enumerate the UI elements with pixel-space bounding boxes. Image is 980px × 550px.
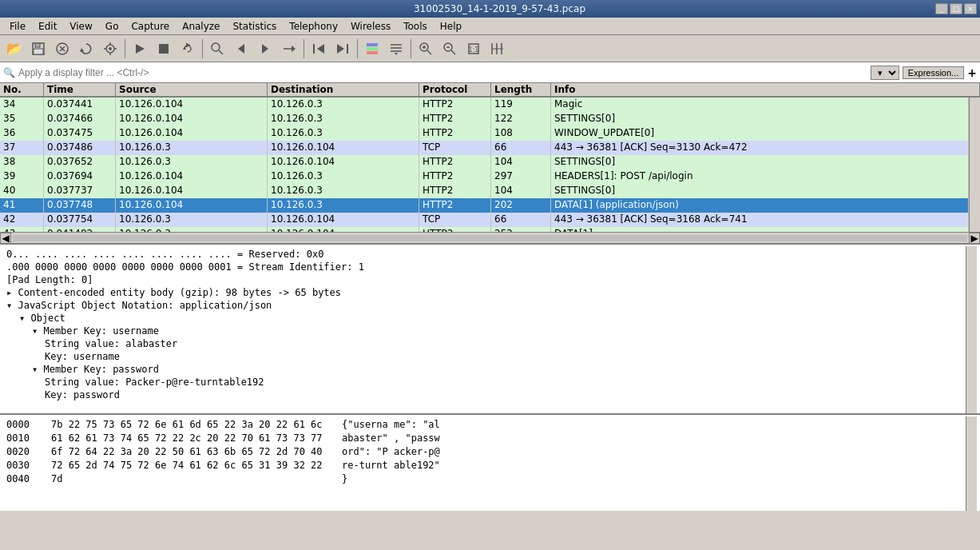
detail-line: String value: alabaster [6, 337, 962, 350]
column-header-time[interactable]: Time [44, 83, 116, 96]
close-button[interactable]: × [964, 3, 977, 14]
packet-cell: 0.037694 [44, 169, 116, 184]
hex-offset: 0030 [6, 459, 38, 472]
packet-cell: HTTP2 [419, 98, 491, 112]
detail-expandable-line[interactable]: ▾ Member Key: username [6, 325, 962, 337]
packet-row[interactable]: 370.03748610.126.0.310.126.0.104TCP66443… [0, 141, 969, 155]
colorize-button[interactable] [361, 38, 383, 60]
menu-item-help[interactable]: Help [434, 19, 468, 34]
maximize-button[interactable]: □ [950, 3, 962, 14]
first-button[interactable] [307, 38, 330, 60]
menu-item-view[interactable]: View [63, 19, 98, 34]
minimize-button[interactable]: _ [935, 3, 948, 14]
column-header-source[interactable]: Source [116, 83, 268, 96]
toolbar-separator-4 [357, 39, 358, 58]
resize-columns-button[interactable] [486, 38, 509, 60]
detail-expandable-line[interactable]: ▾ JavaScript Object Notation: applicatio… [6, 299, 962, 312]
search-button[interactable] [206, 38, 228, 60]
menu-item-file[interactable]: File [3, 19, 32, 34]
packet-cell: 10.126.0.104 [116, 169, 268, 184]
packet-cell: 41 [0, 198, 44, 213]
restart-capture-button[interactable] [177, 38, 199, 60]
prev-button[interactable] [230, 38, 252, 60]
svg-rect-2 [34, 49, 43, 54]
auto-scroll-button[interactable] [385, 38, 407, 60]
filter-combo[interactable]: ▾ [871, 66, 899, 80]
packet-row[interactable]: 400.03773710.126.0.10410.126.0.3HTTP2104… [0, 184, 969, 198]
reload-button[interactable] [75, 38, 97, 60]
hex-offset: 0020 [6, 445, 38, 459]
column-header-info[interactable]: Info [551, 83, 980, 96]
packet-row[interactable]: 420.03775410.126.0.310.126.0.104TCP66443… [0, 213, 969, 227]
menu-item-wireless[interactable]: Wireless [344, 19, 397, 34]
packet-row[interactable]: 410.03774810.126.0.10410.126.0.3HTTP2202… [0, 198, 969, 213]
add-filter-button[interactable]: + [967, 66, 977, 79]
next-button[interactable] [254, 38, 276, 60]
packet-list-scrollbar[interactable] [969, 98, 980, 232]
packet-row[interactable]: 360.03747510.126.0.10410.126.0.3HTTP2108… [0, 126, 969, 141]
column-header-destination[interactable]: Destination [268, 83, 419, 96]
hex-ascii: {"userna me": "al [342, 418, 440, 432]
menu-item-go[interactable]: Go [99, 19, 125, 34]
open-button[interactable]: 📂 [3, 38, 26, 60]
zoom-out-button[interactable] [438, 38, 461, 60]
detail-expandable-line[interactable]: ▸ Content-encoded entity body (gzip): 98… [6, 286, 962, 299]
horizontal-scrollbar[interactable]: ◀ ▶ [0, 232, 980, 243]
packet-row[interactable]: 350.03746610.126.0.10410.126.0.3HTTP2122… [0, 112, 969, 126]
packet-cell: SETTINGS[0] [551, 184, 969, 198]
expression-button[interactable]: Expression... [903, 66, 965, 79]
packet-row[interactable]: 340.03744110.126.0.10410.126.0.3HTTP2119… [0, 98, 969, 112]
packet-cell: HTTP2 [419, 198, 491, 213]
packet-cell: 0.037737 [44, 184, 116, 198]
menu-item-telephony[interactable]: Telephony [283, 19, 344, 34]
last-button[interactable] [331, 38, 354, 60]
packet-row[interactable]: 390.03769410.126.0.10410.126.0.3HTTP2297… [0, 169, 969, 184]
scroll-right-button[interactable]: ▶ [969, 233, 980, 244]
options-button[interactable] [99, 38, 121, 60]
hex-scrollbar[interactable] [966, 416, 977, 511]
detail-expandable-line[interactable]: ▾ Object [6, 312, 962, 325]
packet-list-body[interactable]: 340.03744110.126.0.10410.126.0.3HTTP2119… [0, 98, 969, 232]
menu-item-analyze[interactable]: Analyze [176, 19, 226, 34]
packet-cell: 37 [0, 141, 44, 155]
save-button[interactable] [27, 38, 50, 60]
menu-item-edit[interactable]: Edit [32, 19, 63, 34]
packet-cell: 10.126.0.104 [268, 141, 419, 155]
column-header-protocol[interactable]: Protocol [419, 83, 491, 96]
filter-input[interactable] [18, 67, 867, 78]
svg-line-37 [427, 50, 431, 54]
close-capture-button[interactable] [51, 38, 73, 60]
packet-cell: 38 [0, 155, 44, 169]
svg-marker-33 [395, 53, 398, 55]
start-capture-button[interactable] [129, 38, 151, 60]
packet-cell: 10.126.0.3 [268, 126, 419, 141]
detail-line: Key: username [6, 350, 962, 363]
detail-line: 0... .... .... .... .... .... .... .... … [6, 248, 962, 261]
column-header-length[interactable]: Length [491, 83, 551, 96]
packet-cell: 34 [0, 98, 44, 112]
menu-item-tools[interactable]: Tools [397, 19, 434, 34]
column-header-no[interactable]: No. [0, 83, 44, 96]
packet-cell: 10.126.0.104 [116, 198, 268, 213]
svg-marker-19 [238, 44, 244, 54]
menu-item-statistics[interactable]: Statistics [226, 19, 283, 34]
scroll-left-button[interactable]: ◀ [0, 233, 11, 244]
stop-capture-button[interactable] [153, 38, 175, 60]
normal-size-button[interactable]: 1:1 [462, 38, 485, 60]
packet-cell: Magic [551, 98, 969, 112]
packet-detail-content: 0... .... .... .... .... .... .... .... … [3, 246, 966, 415]
hex-ascii: abaster" , "passw [342, 432, 440, 445]
svg-rect-27 [367, 43, 378, 46]
hex-bytes: 7d [38, 472, 342, 486]
packet-cell: 10.126.0.3 [116, 213, 268, 227]
menu-item-capture[interactable]: Capture [125, 19, 176, 34]
goto-button[interactable] [278, 38, 300, 60]
window-controls[interactable]: _ □ × [935, 3, 980, 14]
zoom-in-button[interactable] [415, 38, 437, 60]
packet-cell: 40 [0, 184, 44, 198]
detail-expandable-line[interactable]: ▾ Member Key: password [6, 363, 962, 376]
packet-cell: 104 [491, 184, 551, 198]
packet-detail-scrollbar[interactable] [966, 246, 977, 415]
packet-row[interactable]: 380.03765210.126.0.310.126.0.104HTTP2104… [0, 155, 969, 169]
hex-row: 00407d} [6, 472, 962, 486]
